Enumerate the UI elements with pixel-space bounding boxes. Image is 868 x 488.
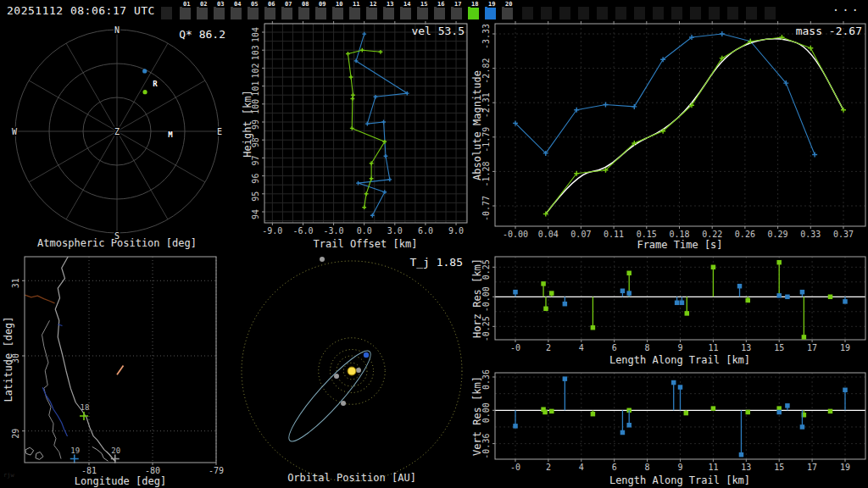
frame-thumbnail-active-green[interactable]: [468, 7, 479, 19]
lightcurve-xtick: 0.22: [702, 230, 722, 239]
frame-thumbnail[interactable]: [248, 7, 259, 19]
polar-marker-M: M: [168, 130, 173, 139]
frame-thumbnail[interactable]: [383, 7, 394, 19]
station-19-horz-point: [626, 291, 632, 296]
tisserand-annotation: T_j 1.85: [409, 256, 463, 269]
frame-thumbnail-empty[interactable]: [653, 7, 664, 19]
frame-thumbnail-empty[interactable]: [597, 7, 608, 19]
res-xtick: 6: [612, 343, 617, 352]
station-18-trail-marker: [346, 52, 350, 56]
lightcurve-xtick: 0.26: [735, 230, 755, 239]
blue-track-position: [142, 69, 147, 73]
trail-xtick: 0.0: [357, 226, 372, 236]
station-19-horz-point: [680, 301, 685, 306]
lightcurve-xtick: 0.15: [637, 230, 657, 239]
station-18-horz-point: [776, 260, 782, 265]
frame-number-label: 10: [335, 1, 343, 8]
venus-dot: [334, 374, 339, 379]
frame-thumbnail-empty[interactable]: [727, 7, 738, 19]
trail-xlabel: Trail Offset [km]: [314, 238, 418, 250]
polar-spoke: [117, 131, 205, 182]
station-19-horz-point: [843, 299, 848, 304]
station-18-horz-point: [543, 307, 548, 312]
frame-thumbnail[interactable]: [332, 7, 343, 19]
map-geography: [25, 257, 123, 461]
res-xtick: 8: [645, 343, 650, 352]
res-xtick: 17: [807, 463, 817, 472]
frame-thumbnail-empty[interactable]: [578, 7, 589, 19]
polar-spoke: [66, 43, 117, 131]
frame-thumbnail-empty[interactable]: [690, 7, 701, 19]
jupiter-dot: [320, 257, 325, 262]
frame-thumbnail[interactable]: [502, 7, 513, 19]
frame-thumbnail-empty[interactable]: [559, 7, 570, 19]
res-xtick: 8: [645, 463, 650, 472]
meteor-tracking-app: 20251112 08:06:17 UTC 010203040506070809…: [0, 0, 868, 488]
trail-xtick: 3.0: [387, 226, 403, 236]
res-xtick: 4: [579, 463, 584, 472]
trail-ylabel: Height [km]: [242, 90, 253, 157]
frame-thumbnail-empty[interactable]: [522, 7, 533, 19]
frame-thumbnail[interactable]: [197, 7, 208, 19]
frame-thumbnail[interactable]: [180, 7, 191, 19]
frame-thumbnail[interactable]: [298, 7, 309, 19]
station-18-horz-point: [685, 311, 690, 316]
station-19-horz-point: [785, 295, 790, 300]
frame-number-label: 05: [250, 1, 259, 8]
frame-thumbnail-blank[interactable]: [161, 7, 172, 19]
map-xtick: -79: [209, 466, 224, 475]
frame-thumbnail[interactable]: [417, 7, 428, 19]
frame-thumbnail[interactable]: [281, 7, 292, 19]
lightcurve-xtick: 0.29: [768, 230, 788, 239]
frame-thumbnail-empty[interactable]: [615, 7, 626, 19]
frame-thumbnail[interactable]: [451, 7, 462, 19]
frame-number-label: 11: [352, 1, 360, 8]
frame-thumbnail[interactable]: [434, 7, 445, 19]
station-18-trail-marker: [370, 161, 374, 165]
station-18-horz-point: [591, 325, 596, 330]
station-19-horz-point: [620, 289, 626, 294]
polar-spoke: [117, 43, 168, 131]
station-19-vert-point: [800, 424, 805, 430]
compass-s-label: S: [114, 231, 120, 241]
frame-thumbnail-empty[interactable]: [709, 7, 720, 19]
station-19-vert-point: [678, 385, 683, 390]
frame-thumbnail[interactable]: [366, 7, 377, 19]
frame-thumbnail-empty[interactable]: [541, 7, 552, 19]
frame-thumbnail-empty[interactable]: [671, 7, 682, 19]
compass-w-label: W: [12, 127, 18, 136]
ground-track-map: 181920-81-80-79293031: [11, 257, 224, 475]
lightcurve-xtick: 0.07: [570, 230, 591, 239]
frame-thumbnail[interactable]: [400, 7, 411, 19]
frame-thumbnail[interactable]: [315, 7, 326, 19]
meteoroid-orbit-ellipse: [281, 344, 379, 449]
frame-number-label: 20: [504, 1, 513, 8]
overflow-menu-ellipsis[interactable]: ...: [832, 0, 861, 14]
station-18-vert-point: [542, 410, 548, 415]
frame-thumbnail-empty[interactable]: [765, 7, 776, 19]
station-18-lightcurve-marker: [808, 46, 813, 51]
trail-ytick: 103: [251, 45, 260, 60]
trail-ytick: 94: [251, 209, 260, 219]
frame-thumbnail[interactable]: [231, 7, 242, 19]
frame-number-label: 01: [182, 1, 191, 8]
res-xtick: 13: [741, 463, 751, 472]
frame-thumbnail[interactable]: [214, 7, 225, 19]
frame-thumbnail-empty[interactable]: [634, 7, 645, 19]
polar-spoke: [117, 131, 168, 219]
station-19-lightcurve-marker: [812, 152, 817, 157]
lightcurve-ytick: -0.77: [481, 196, 491, 221]
velocity-annotation: vel 53.5: [411, 25, 465, 37]
station-18-vert-point: [684, 411, 689, 416]
frame-thumbnail-active-blue[interactable]: [485, 7, 496, 19]
station-18-trail-marker: [349, 75, 353, 80]
frame-thumbnail[interactable]: [349, 7, 360, 19]
frame-thumbnail-empty[interactable]: [746, 7, 757, 19]
trail-xtick: 9.0: [448, 226, 464, 236]
frame-thumbnail[interactable]: [264, 7, 275, 19]
map-ytick: 31: [11, 278, 20, 288]
frame-number-label: 15: [420, 1, 428, 8]
res-xtick: 9: [677, 463, 682, 472]
station-19-horz-point: [675, 301, 680, 306]
axes-frame: [495, 257, 865, 340]
